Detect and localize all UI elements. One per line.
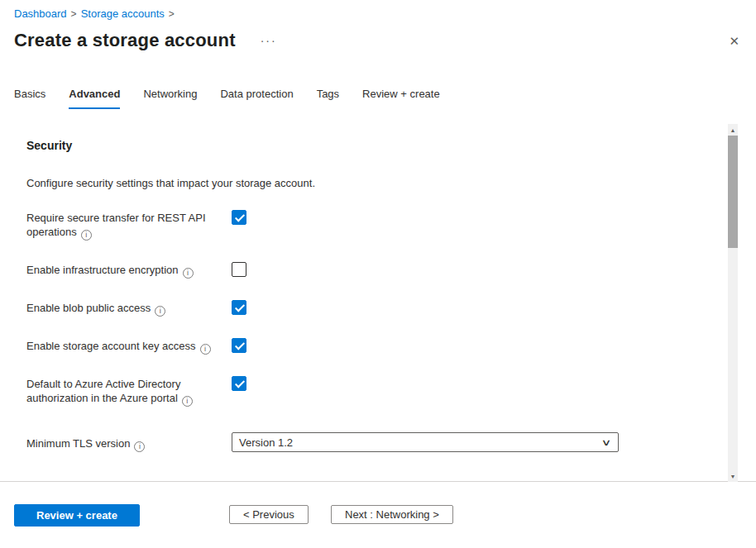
scroll-up-icon[interactable]: ▲ [728,124,738,136]
checkbox-aad-authorization[interactable] [232,376,246,391]
header: Create a storage account ··· ✕ [14,30,739,51]
field-label: Minimum TLS versioni [26,432,223,452]
breadcrumb: Dashboard > Storage accounts > [14,7,175,20]
checkbox-account-key-access[interactable] [232,338,246,353]
scroll-down-icon[interactable]: ▼ [728,470,738,482]
checkbox-infrastructure-encryption[interactable] [232,262,246,277]
tab-basics[interactable]: Basics [14,88,45,109]
info-icon[interactable]: i [155,306,165,317]
breadcrumb-separator-icon: > [71,8,77,20]
tab-networking[interactable]: Networking [143,88,197,109]
form-row-secure-transfer: Require secure transfer for REST API ope… [0,210,756,241]
tab-advanced[interactable]: Advanced [69,88,120,109]
field-label: Require secure transfer for REST API ope… [26,210,223,241]
scrollbar-track[interactable] [728,136,738,470]
review-create-button[interactable]: Review + create [14,504,140,527]
scrollbar-thumb[interactable] [728,136,738,248]
close-icon[interactable]: ✕ [729,35,739,47]
form-row-aad-authorization: Default to Azure Active Directory author… [0,376,756,407]
next-networking-button[interactable]: Next : Networking > [331,505,453,524]
field-label: Enable storage account key accessi [26,338,223,355]
info-icon[interactable]: i [134,441,145,452]
wizard-footer: Review + create < Previous Next : Networ… [0,502,756,548]
form-row-minimum-tls: Minimum TLS versioni Version 1.2 ∨ [0,432,756,452]
more-options-icon[interactable]: ··· [261,34,277,47]
wizard-tabs: Basics Advanced Networking Data protecti… [14,88,463,109]
info-icon[interactable]: i [81,230,92,241]
field-label: Default to Azure Active Directory author… [26,376,223,407]
form-row-account-key-access: Enable storage account key accessi [0,338,756,355]
previous-button[interactable]: < Previous [229,505,309,524]
select-value: Version 1.2 [239,436,603,449]
info-icon[interactable]: i [182,396,193,407]
tab-tags[interactable]: Tags [317,88,339,109]
section-description: Configure security settings that impact … [26,177,756,189]
breadcrumb-link-dashboard[interactable]: Dashboard [14,7,67,20]
info-icon[interactable]: i [200,344,211,355]
checkbox-blob-public-access[interactable] [232,300,246,315]
form-row-blob-public-access: Enable blob public accessi [0,300,756,317]
chevron-down-icon: ∨ [601,437,612,448]
checkbox-secure-transfer[interactable] [232,210,246,225]
tab-content-advanced: Security Configure security settings tha… [0,124,756,482]
vertical-scrollbar[interactable]: ▲ ▼ [728,124,738,482]
tab-review-create[interactable]: Review + create [362,88,440,109]
tab-data-protection[interactable]: Data protection [220,88,293,109]
section-heading-security: Security [26,139,756,152]
breadcrumb-link-storage-accounts[interactable]: Storage accounts [81,7,165,20]
info-icon[interactable]: i [183,268,194,279]
page-title: Create a storage account [14,30,236,51]
security-form: Require secure transfer for REST API ope… [0,210,756,452]
minimum-tls-version-select[interactable]: Version 1.2 ∨ [232,432,619,452]
field-label: Enable infrastructure encryptioni [26,262,223,279]
field-label: Enable blob public accessi [26,300,223,317]
form-row-infrastructure-encryption: Enable infrastructure encryptioni [0,262,756,279]
breadcrumb-separator-icon: > [169,8,175,20]
